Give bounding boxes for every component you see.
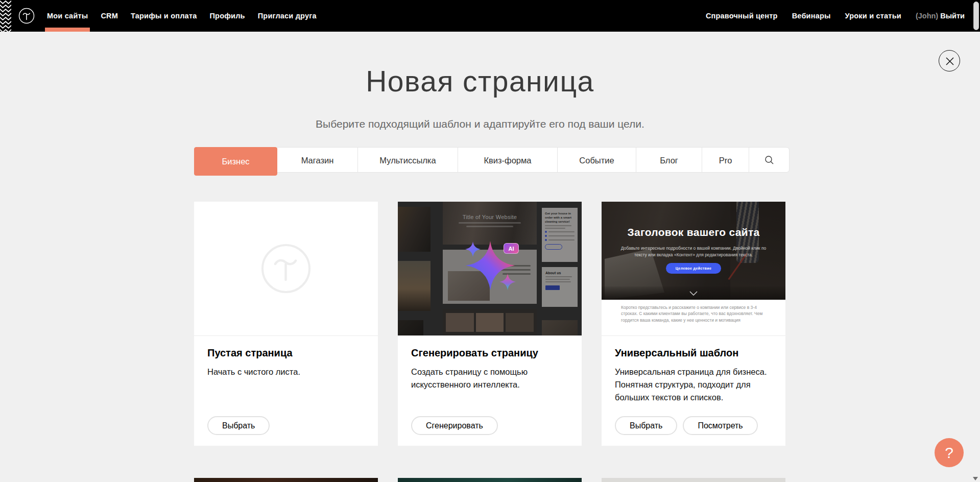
tilda-watermark-icon (258, 240, 314, 297)
nav-item-crm[interactable]: CRM (101, 0, 118, 32)
scroll-down-arrow-icon[interactable] (973, 477, 978, 480)
card-body: Пустая страница Начать с чистого листа. … (194, 336, 378, 445)
generate-page-card: Title of Your Website Get your house in … (398, 202, 582, 446)
user-name: (John) (916, 12, 938, 20)
tab-event[interactable]: Событие (557, 147, 636, 173)
card-title: Сгенерировать страницу (411, 347, 568, 359)
next-row-card-partial[interactable] (194, 478, 378, 482)
card-title: Пустая страница (207, 347, 365, 359)
search-icon (764, 155, 774, 165)
ai-badge: AI (504, 243, 519, 254)
template-body-text: Коротко представьтесь и расскажите о ком… (602, 300, 785, 335)
tab-quiz-form[interactable]: Квиз-форма (458, 147, 558, 173)
preview-template-button[interactable]: Посмотреть (683, 416, 757, 435)
template-hero: Заголовок вашего сайта Добавьте интересн… (602, 202, 785, 300)
new-page-screen: Мои сайты CRM Тарифы и оплата Профиль Пр… (0, 0, 980, 482)
nav-logout[interactable]: (John) Выйти (916, 12, 965, 20)
template-headline: Заголовок вашего сайта (602, 226, 785, 238)
card-body: Сгенерировать страницу Создать страницу … (398, 336, 582, 445)
template-category-tabs: Бизнес Магазин Мультиссылка Квиз-форма С… (194, 147, 790, 176)
close-button[interactable] (939, 50, 960, 71)
choose-blank-button[interactable]: Выбрать (207, 416, 270, 435)
tab-blog[interactable]: Блог (636, 147, 702, 173)
ai-preview[interactable]: Title of Your Website Get your house in … (398, 202, 582, 336)
choose-template-button[interactable]: Выбрать (615, 416, 677, 435)
template-cta-button: Целевое действие (666, 263, 721, 274)
logout-label: Выйти (940, 12, 965, 20)
card-description: Универсальная страница для бизнеса. Поня… (615, 366, 772, 404)
chevron-down-icon (689, 291, 698, 296)
nav-item-tariffs[interactable]: Тарифы и оплата (131, 0, 197, 32)
nav-item-lessons[interactable]: Уроки и статьи (845, 0, 901, 32)
nav-item-invite-friend[interactable]: Пригласи друга (258, 0, 317, 32)
tab-pro[interactable]: Pro (702, 147, 749, 173)
tilda-logo[interactable] (18, 8, 35, 24)
tab-shop[interactable]: Магазин (277, 147, 358, 173)
nav-item-webinars[interactable]: Вебинары (792, 0, 831, 32)
template-preview[interactable]: Заголовок вашего сайта Добавьте интересн… (602, 202, 785, 336)
page-subtitle: Выберите подходящий шаблон и адаптируйте… (0, 118, 960, 130)
tab-multilink[interactable]: Мультиссылка (357, 147, 458, 173)
scrollbar-thumb[interactable] (973, 2, 979, 30)
card-description: Создать страницу с помощью искусственног… (411, 366, 539, 391)
blank-page-card: Пустая страница Начать с чистого листа. … (194, 202, 378, 446)
tab-business[interactable]: Бизнес (194, 147, 277, 176)
card-title: Универсальный шаблон (615, 347, 772, 359)
card-description: Начать с чистого листа. (207, 366, 365, 378)
next-row-card-partial[interactable] (602, 478, 785, 482)
nav-item-help-center[interactable]: Справочный центр (706, 0, 778, 32)
nav-item-profile[interactable]: Профиль (209, 0, 245, 32)
next-row-card-partial[interactable] (398, 478, 582, 482)
universal-template-card: Заголовок вашего сайта Добавьте интересн… (602, 202, 785, 446)
zigzag-pattern-icon (0, 0, 11, 32)
ai-sparkle-icon (398, 202, 582, 336)
close-icon (939, 51, 961, 72)
generate-button[interactable]: Сгенерировать (411, 416, 498, 435)
blank-page-preview[interactable] (194, 202, 378, 336)
template-subtext: Добавьте интересные подробности о вашей … (614, 245, 773, 258)
search-tab[interactable] (749, 147, 790, 173)
page-title: Новая страница (0, 64, 960, 98)
nav-left-menu: Мои сайты CRM Тарифы и оплата Профиль Пр… (47, 0, 317, 32)
nav-right-menu: Справочный центр Вебинары Уроки и статьи… (706, 0, 965, 32)
card-body: Универсальный шаблон Универсальная стран… (602, 336, 785, 445)
top-nav: Мои сайты CRM Тарифы и оплата Профиль Пр… (0, 0, 980, 32)
nav-item-my-sites[interactable]: Мои сайты (47, 0, 88, 32)
help-button[interactable]: ? (935, 438, 964, 467)
